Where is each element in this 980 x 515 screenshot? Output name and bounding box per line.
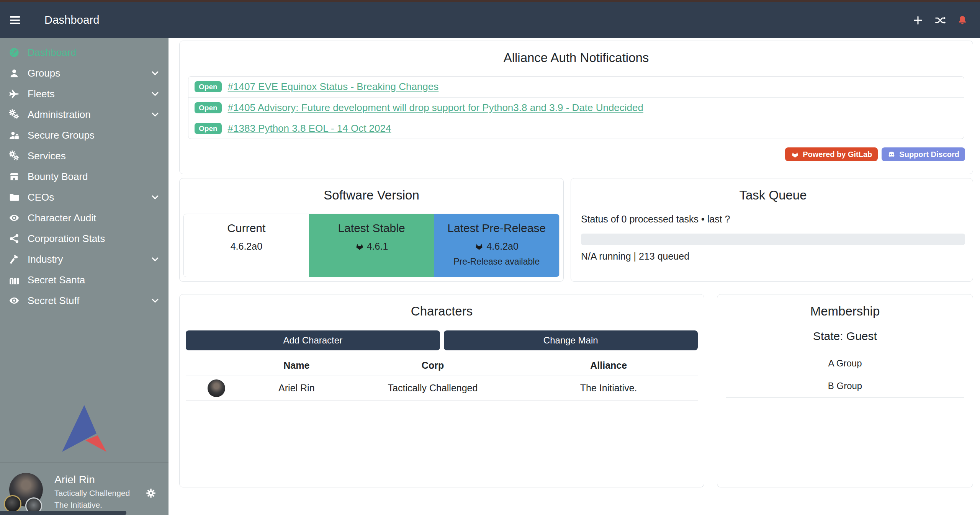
current-version-cell: Current 4.6.2a0 [184,214,309,277]
discord-icon [887,150,896,159]
task-queue-panel: Task Queue Status of 0 processed tasks •… [571,178,973,282]
group-item: A Group [726,353,964,375]
sidebar: Dashboard Groups Fleets Administration [0,38,169,515]
character-row-avatar [208,379,225,397]
membership-state: State: Guest [717,330,973,343]
column-name: Name [247,360,346,371]
character-corp: Tactically Challenged [346,383,520,394]
support-discord-badge[interactable]: Support Discord [882,147,965,161]
sidebar-item-secret-stuff[interactable]: Secret Stuff [0,290,169,311]
page-title: Dashboard [44,14,100,26]
notification-link[interactable]: #1407 EVE Equinox Status - Breaking Chan… [228,81,439,93]
user-alliance: The Initiative. [54,500,130,510]
horizontal-scrollbar-thumb[interactable] [0,511,126,515]
sidebar-item-ceos[interactable]: CEOs [0,187,169,208]
top-navbar: Dashboard [0,2,980,38]
sidebar-item-secure-groups[interactable]: Secure Groups [0,125,169,146]
gitlab-icon [474,242,484,251]
eye-icon [8,295,21,306]
status-badge: Open [195,102,222,113]
change-main-shuffle-icon[interactable] [934,14,946,26]
chevron-down-icon [150,110,160,119]
corp-logo-badge [4,495,21,513]
alliance-auth-logo [61,404,107,453]
chevron-down-icon [150,192,160,202]
membership-panel: Membership State: Guest A Group B Group [717,294,973,487]
user-info: Ariel Rin Tactically Challenged The Init… [54,474,130,510]
hamburger-menu-icon[interactable] [10,16,20,24]
task-queue-queue-line: N/A running | 213 queued [581,251,965,262]
change-main-button[interactable]: Change Main [444,330,698,350]
task-queue-progress-bar [581,234,965,245]
notifications-list: Open #1407 EVE Equinox Status - Breaking… [188,76,964,139]
latest-stable-value[interactable]: 4.6.1 [367,241,388,252]
chevron-down-icon [150,68,160,78]
current-version-value: 4.6.2a0 [184,241,309,252]
folder-icon [8,191,21,203]
user-icon [8,67,21,79]
gitlab-icon [355,242,364,251]
chevron-down-icon [150,89,160,99]
column-alliance: Alliance [519,360,698,371]
sidebar-item-groups[interactable]: Groups [0,63,169,83]
user-corp: Tactically Challenged [54,489,130,498]
gears-icon [8,150,21,162]
powered-by-gitlab-badge[interactable]: Powered by GitLab [785,147,878,161]
notification-link[interactable]: #1405 Advisory: Future development will … [228,102,643,114]
notification-item: Open #1407 EVE Equinox Status - Breaking… [188,77,964,97]
notifications-title: Alliance Auth Notifications [180,50,973,65]
sidebar-item-corporation-stats[interactable]: Corporation Stats [0,228,169,249]
latest-prerelease-cell: Latest Pre-Release 4.6.2a0 Pre-Release a… [434,214,559,277]
sidebar-item-bounty-board[interactable]: Bounty Board [0,166,169,187]
sidebar-item-industry[interactable]: Industry [0,249,169,270]
add-character-button[interactable]: Add Character [186,330,440,350]
notifications-bell-icon[interactable] [956,14,969,26]
characters-panel: Characters Add Character Change Main Nam… [179,294,704,487]
gauge-icon [8,47,21,58]
user-settings-gear-icon[interactable] [145,487,157,501]
status-badge: Open [195,81,222,92]
gears-icon [8,109,21,120]
prerelease-note: Pre-Release available [434,257,559,267]
main-content: Alliance Auth Notifications Open #1407 E… [169,38,980,515]
software-version-title: Software Version [180,188,563,203]
sidebar-item-services[interactable]: Services [0,146,169,166]
characters-table: Name Corp Alliance Ariel Rin Tactically … [186,356,698,401]
notification-link[interactable]: #1383 Python 3.8 EOL - 14 Oct 2024 [228,123,391,134]
membership-groups: A Group B Group [717,353,973,398]
software-version-panel: Software Version Current 4.6.2a0 Latest … [179,178,564,282]
character-name: Ariel Rin [247,383,346,394]
status-badge: Open [195,123,222,134]
user-lock-icon [8,129,21,141]
chevron-down-icon [150,254,160,264]
alliance-auth-dashboard: Dashboard Dashboard Groups Flee [0,0,980,515]
sidebar-item-character-audit[interactable]: Character Audit [0,208,169,228]
add-character-icon[interactable] [912,14,924,26]
character-alliance: The Initiative. [519,383,698,394]
chevron-down-icon [150,296,160,306]
fighter-jet-icon [8,88,21,100]
sidebar-item-dashboard[interactable]: Dashboard [0,42,169,63]
gitlab-icon [791,150,799,159]
software-version-box: Current 4.6.2a0 Latest Stable 4.6.1 Late… [183,214,560,277]
user-avatar [4,473,49,515]
latest-prerelease-value[interactable]: 4.6.2a0 [486,241,518,252]
column-corp: Corp [346,360,520,371]
hammer-icon [8,253,21,265]
sidebar-item-secret-santa[interactable]: Secret Santa [0,270,169,290]
notifications-footer-badges: Powered by GitLab Support Discord [187,147,965,161]
membership-title: Membership [717,304,973,319]
navbar-actions [912,14,969,26]
character-row: Ariel Rin Tactically Challenged The Init… [186,376,698,401]
latest-stable-cell: Latest Stable 4.6.1 [309,214,434,277]
share-nodes-icon [8,233,21,244]
sidebar-item-administration[interactable]: Administration [0,104,169,125]
notification-item: Open #1383 Python 3.8 EOL - 14 Oct 2024 [188,118,964,139]
sidebar-nav: Dashboard Groups Fleets Administration [0,38,169,311]
characters-title: Characters [180,304,704,319]
task-queue-status-line: Status of 0 processed tasks • last ? [581,214,965,225]
characters-table-header: Name Corp Alliance [186,356,698,376]
task-queue-title: Task Queue [581,188,965,203]
eye-icon [8,212,21,224]
sidebar-item-fleets[interactable]: Fleets [0,83,169,104]
